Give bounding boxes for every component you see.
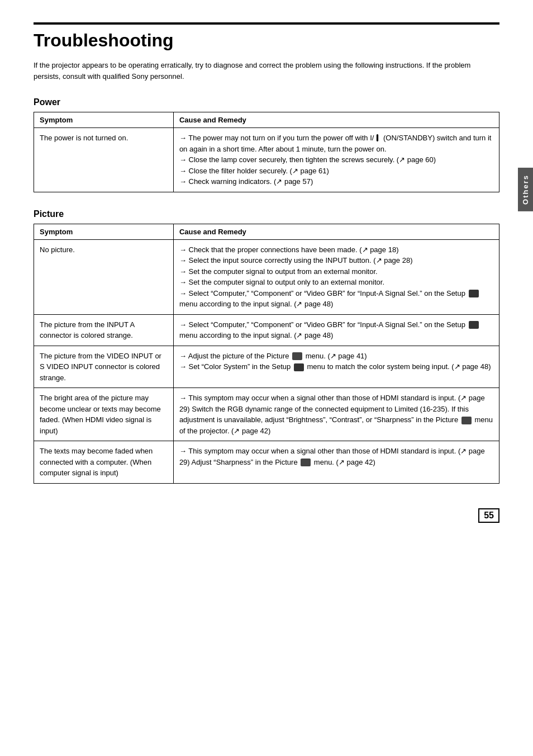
picture-icon-3	[301, 459, 311, 466]
setup-icon	[469, 290, 479, 297]
power-symptom-1: The power is not turned on.	[34, 128, 174, 192]
picture-remedy-2: → Select “Computer,” “Component” or “Vid…	[173, 314, 499, 346]
picture-remedy-1: → Check that the proper connections have…	[173, 239, 499, 314]
table-row: The texts may become faded when connecte…	[34, 441, 499, 484]
picture-symptom-2: The picture from the INPUT A connector i…	[34, 314, 174, 346]
table-row: The bright area of the picture may becom…	[34, 388, 499, 441]
page-number: 55	[478, 508, 499, 523]
intro-text: If the projector appears to be operating…	[34, 60, 499, 82]
setup-icon-2	[469, 321, 479, 329]
picture-icon-2	[461, 417, 472, 424]
setup-icon-3	[294, 363, 304, 371]
power-col-symptom: Symptom	[34, 112, 174, 128]
picture-col-symptom: Symptom	[34, 224, 174, 239]
table-row: No picture. → Check that the proper conn…	[34, 239, 499, 314]
picture-table: Symptom Cause and Remedy No picture. → C…	[34, 224, 499, 484]
page-title: Troubleshooting	[34, 22, 499, 51]
picture-remedy-4: → This symptom may occur when a signal o…	[173, 388, 499, 441]
table-row: The picture from the VIDEO INPUT or S VI…	[34, 346, 499, 388]
table-row: The power is not turned on. → The power …	[34, 128, 499, 192]
picture-symptom-4: The bright area of the picture may becom…	[34, 388, 174, 441]
power-table: Symptom Cause and Remedy The power is no…	[34, 112, 499, 192]
picture-symptom-3: The picture from the VIDEO INPUT or S VI…	[34, 346, 174, 388]
side-tab: Others	[518, 168, 533, 211]
picture-heading: Picture	[34, 209, 499, 219]
picture-remedy-3: → Adjust the picture of the Picture menu…	[173, 346, 499, 388]
picture-symptom-5: The texts may become faded when connecte…	[34, 441, 174, 484]
picture-remedy-5: → This symptom may occur when a signal o…	[173, 441, 499, 484]
table-row: The picture from the INPUT A connector i…	[34, 314, 499, 346]
power-col-cause: Cause and Remedy	[173, 112, 499, 128]
power-remedy-1: → The power may not turn on if you turn …	[173, 128, 499, 192]
picture-col-cause: Cause and Remedy	[173, 224, 499, 239]
picture-icon	[292, 352, 302, 360]
power-heading: Power	[34, 97, 499, 107]
picture-symptom-1: No picture.	[34, 239, 174, 314]
page-container: Troubleshooting If the projector appears…	[0, 0, 533, 534]
